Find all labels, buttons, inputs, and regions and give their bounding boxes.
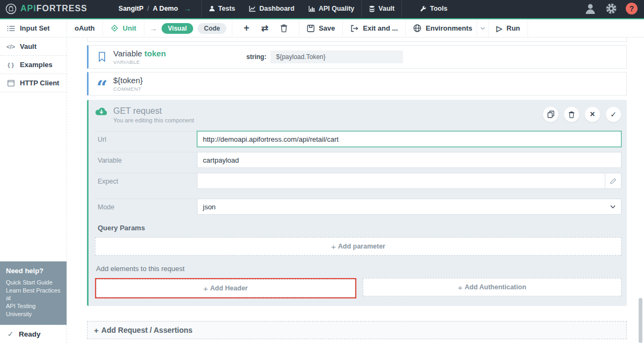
trash-icon: [568, 111, 575, 118]
comment-component-text: ${token} COMMENT: [113, 76, 143, 92]
nav-dashboard[interactable]: Dashboard: [242, 0, 301, 17]
add-header-button[interactable]: + Add Header: [96, 279, 355, 297]
code-icon: </>: [6, 43, 15, 50]
get-request-title: GET request: [113, 106, 194, 116]
variable-value-field[interactable]: ${payload.Token}: [270, 50, 403, 63]
comment-component-card[interactable]: “ ${token} COMMENT: [87, 72, 627, 96]
get-request-actions: × ✓: [543, 106, 621, 122]
sidebar-item-http-client[interactable]: HTTP Client: [0, 74, 67, 92]
breadcrumb-test[interactable]: A Demo: [153, 5, 178, 12]
help-link-university[interactable]: API Testing University: [6, 302, 61, 318]
topbar-right-icons: ?: [584, 2, 638, 15]
sidebar-item-vault[interactable]: </> Vault: [0, 38, 67, 56]
delete-component-button[interactable]: [564, 106, 580, 122]
help-link-best-practices[interactable]: Learn Best Practices at: [6, 287, 61, 303]
play-icon: ▷: [496, 24, 502, 33]
cancel-edit-button[interactable]: ×: [584, 106, 601, 122]
left-sidebar: Input Set </> Vault { } Examples HTTP Cl…: [0, 19, 67, 343]
run-button[interactable]: ▷ Run: [489, 19, 528, 37]
help-icon[interactable]: ?: [626, 3, 638, 14]
arrow-right-icon: →: [150, 24, 157, 33]
url-field-row: Url: [95, 131, 621, 147]
expect-field-row: Expect: [95, 173, 621, 189]
vertical-scrollbar-thumb[interactable]: [639, 298, 642, 343]
comment-component-type: COMMENT: [113, 86, 143, 92]
variable-name: token: [144, 49, 166, 58]
partial-component-card[interactable]: [87, 38, 627, 42]
get-request-subtitle: You are editing this component: [113, 117, 194, 123]
chevron-down-icon: [610, 205, 616, 209]
expect-field-label: Expect: [95, 173, 197, 189]
exit-button[interactable]: Exit and ...: [343, 19, 406, 37]
expect-input[interactable]: [197, 173, 605, 189]
add-authentication-button[interactable]: + Add Authentication: [363, 278, 622, 296]
nav-vault[interactable]: Vault: [362, 0, 401, 17]
variable-field-label: Variable: [95, 152, 197, 168]
variable-input[interactable]: [197, 152, 621, 168]
query-params-label: Query Params: [98, 224, 621, 232]
sidebar-item-label: Vault: [20, 42, 36, 50]
browser-window-icon: [6, 80, 15, 86]
variable-field-row: Variable: [95, 152, 621, 168]
sidebar-item-examples[interactable]: { } Examples: [0, 56, 67, 74]
top-nav-links: Tests Dashboard API Quality Vault Tools: [201, 0, 455, 17]
add-parameter-button[interactable]: + Add parameter: [95, 237, 621, 256]
breadcrumb-project[interactable]: SangitP: [119, 5, 144, 12]
check-icon: ✓: [8, 330, 13, 338]
sidebar-item-label: Examples: [20, 61, 53, 69]
line-chart-icon: [249, 5, 256, 12]
visual-mode-button[interactable]: Visual: [162, 23, 193, 34]
save-icon: [307, 25, 314, 32]
environments-button[interactable]: Environments: [406, 19, 489, 37]
reorder-components-button[interactable]: ⇄: [255, 23, 274, 33]
exit-icon: [350, 25, 358, 32]
nav-tools[interactable]: Tools: [413, 0, 454, 17]
user-icon: [209, 5, 215, 12]
sidebar-spacer: [0, 92, 67, 261]
add-request-assertions-button[interactable]: + Add Request / Assertions: [87, 321, 627, 339]
breadcrumb[interactable]: SangitP / A Demo →: [119, 4, 192, 13]
expect-edit-button[interactable]: [605, 173, 621, 189]
url-input[interactable]: [197, 131, 621, 147]
add-header-highlight-box: + Add Header: [95, 278, 356, 298]
duplicate-component-button[interactable]: [543, 106, 559, 122]
get-request-titles: GET request You are editing this compone…: [113, 106, 194, 123]
need-help-title: Need help?: [6, 267, 61, 275]
mode-field-row: Mode json: [95, 199, 621, 215]
sidebar-item-label: Input Set: [20, 24, 50, 32]
sidebar-item-input-set[interactable]: Input Set: [0, 19, 67, 38]
settings-gear-icon[interactable]: [605, 3, 617, 14]
sidebar-item-label: HTTP Client: [20, 79, 59, 87]
logo-text: APIFORTRESS: [20, 4, 87, 13]
variable-component-type: VARIABLE: [113, 59, 166, 65]
unit-tab[interactable]: Unit: [103, 19, 144, 37]
plus-icon: +: [203, 284, 208, 293]
help-link-quick-start[interactable]: Quick Start Guide: [6, 279, 61, 287]
globe-icon: [413, 24, 421, 32]
plus-icon: +: [458, 283, 463, 292]
add-component-button[interactable]: +: [238, 23, 255, 34]
unit-icon: [111, 24, 119, 32]
need-help-box: Need help? Quick Start Guide Learn Best …: [0, 261, 67, 325]
add-elements-label: Add elements to this request: [96, 265, 621, 273]
nav-api-quality[interactable]: API Quality: [302, 0, 362, 17]
nav-tests[interactable]: Tests: [202, 0, 243, 17]
delete-component-button[interactable]: [274, 24, 294, 32]
status-label: Ready: [19, 330, 41, 338]
code-mode-button[interactable]: Code: [197, 23, 226, 34]
mode-field-label: Mode: [95, 199, 197, 215]
variable-component-card[interactable]: Variable token VARIABLE string: ${payloa…: [87, 45, 627, 69]
account-icon[interactable]: [584, 2, 597, 15]
fortress-logo-icon: [5, 3, 17, 14]
component-actions: + ⇄: [232, 19, 299, 37]
mode-select[interactable]: json: [197, 199, 621, 215]
save-button[interactable]: Save: [299, 19, 343, 37]
apifortress-logo[interactable]: APIFORTRESS: [5, 3, 87, 14]
confirm-edit-button[interactable]: ✓: [605, 106, 621, 122]
copy-icon: [547, 111, 554, 118]
tab-oauth[interactable]: oAuth: [67, 19, 103, 37]
list-icon: [6, 25, 15, 32]
variable-component-text: Variable token VARIABLE: [113, 49, 166, 65]
environments-dropdown-toggle[interactable]: [477, 19, 488, 37]
string-type-label: string:: [246, 53, 266, 61]
